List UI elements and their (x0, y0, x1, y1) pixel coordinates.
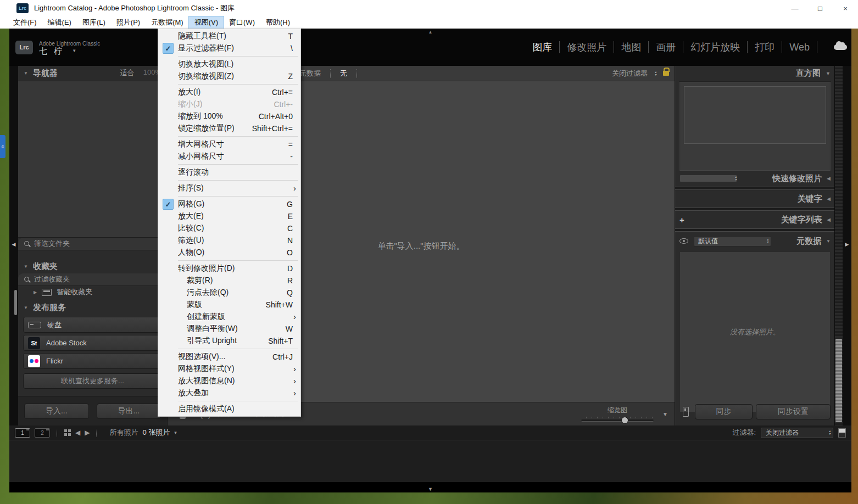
menubar-item[interactable]: 窗口(W) (224, 16, 260, 29)
filter-tab[interactable]: 无 (330, 69, 357, 78)
export-button[interactable]: 导出... (97, 404, 161, 419)
menubar-item[interactable]: 帮助(H) (260, 16, 296, 29)
add-keyword-icon[interactable]: + (679, 215, 684, 225)
thumbnail-size-slider[interactable] (581, 417, 654, 422)
sync-toggle-icon[interactable] (679, 405, 692, 419)
scrollbar-thumb[interactable] (835, 339, 842, 422)
view-menu-item[interactable]: 放大(I)Ctrl+= (158, 86, 300, 98)
publish-service-row[interactable]: StAdobe Stock (23, 335, 162, 351)
collections-header[interactable]: ▼ 收藏夹 (18, 259, 167, 273)
source-menu-caret-icon[interactable]: ▾ (174, 430, 177, 435)
close-button[interactable]: × (833, 0, 858, 16)
filmstrip-filter-select[interactable]: 关闭过滤器 ▴▾ (761, 428, 833, 438)
right-panel-scrollbar[interactable] (834, 66, 843, 425)
previous-photo-icon[interactable]: ◀ (75, 429, 80, 436)
view-menu-item[interactable]: 缩放到 100%Ctrl+Alt+0 (158, 110, 300, 122)
publish-services-header[interactable]: ▼ 发布服务 (18, 300, 167, 315)
lock-icon[interactable] (663, 71, 669, 76)
disclosure-triangle-icon[interactable]: ▼ (24, 71, 28, 76)
slider-knob[interactable] (621, 417, 628, 424)
collapse-filmstrip-arrow[interactable]: ▼ (428, 486, 433, 492)
eye-icon[interactable] (679, 238, 688, 244)
menubar-item[interactable]: 文件(F) (8, 16, 42, 29)
module-tab[interactable]: 画册 (649, 41, 683, 54)
view-menu-item[interactable]: 网格视图样式(Y)› (158, 363, 300, 375)
view-menu-item[interactable]: 引导式 UprightShift+T (158, 335, 300, 347)
view-menu-item[interactable]: 启用镜像模式(A) (158, 403, 300, 415)
cloud-sync-icon[interactable] (834, 44, 847, 50)
view-menu-item[interactable]: 人物(O)O (158, 247, 300, 259)
collapse-arrow-icon[interactable]: ◀ (827, 217, 831, 222)
view-menu-item[interactable]: 增大网格尺寸= (158, 138, 300, 150)
import-button[interactable]: 导入... (24, 404, 89, 419)
quick-develop-header[interactable]: ▴▾ 快速修改照片 ◀ (675, 172, 835, 185)
collapse-top-panel-arrow[interactable]: ▲ (428, 30, 433, 35)
view-menu-item[interactable]: ✓显示过滤器栏(F)\ (158, 42, 300, 54)
disclosure-triangle-icon[interactable]: ▼ (826, 239, 831, 244)
saved-preset-select[interactable]: ▴▾ (679, 175, 737, 182)
keywording-header[interactable]: 关键字 ◀ (675, 192, 835, 206)
module-tab[interactable]: 图库 (525, 41, 559, 54)
sync-button[interactable]: 同步 (695, 404, 753, 419)
metadata-preset-select[interactable]: 默认值 ▴▾ (694, 236, 771, 247)
menubar-item[interactable]: 元数据(M) (146, 16, 189, 29)
module-tab[interactable]: 打印 (748, 41, 782, 54)
keyword-list-header[interactable]: + 关键字列表 ◀ (675, 212, 835, 227)
view-menu-item[interactable]: 切换放大视图(L) (158, 58, 300, 70)
menubar-item[interactable]: 视图(V) (189, 16, 224, 29)
collapse-left-panel-arrow[interactable]: ◀ (12, 242, 16, 247)
view-menu-item[interactable]: 污点去除(Q)Q (158, 287, 300, 299)
filter-collections-field[interactable]: 过滤收藏夹 (18, 273, 167, 286)
metadata-header[interactable]: 默认值 ▴▾ 元数据 ▼ (675, 233, 835, 249)
view-menu-item[interactable]: 隐藏工具栏(T)T (158, 30, 300, 42)
module-tab[interactable]: 地图 (614, 41, 648, 54)
module-tab[interactable]: 修改照片 (560, 41, 614, 54)
maximize-button[interactable]: □ (807, 0, 833, 16)
view-menu-item[interactable]: 比较(C)C (158, 222, 300, 234)
publish-service-row[interactable]: Flickr (23, 353, 162, 369)
menubar-item[interactable]: 图库(L) (77, 16, 111, 29)
view-menu-item[interactable]: 切换缩放视图(Z)Z (158, 70, 300, 82)
sync-settings-button[interactable]: 同步设置 (756, 404, 831, 419)
find-more-services-button[interactable]: 联机查找更多服务... (23, 373, 162, 389)
view-menu-item[interactable]: 转到修改照片(D)D (158, 262, 300, 275)
view-menu-item[interactable]: 视图选项(V)...Ctrl+J (158, 351, 300, 363)
navigator-header[interactable]: ▼ 导航器 适合 100% (18, 66, 167, 80)
disclosure-triangle-icon[interactable]: ▼ (24, 305, 28, 310)
chevron-down-icon[interactable]: ▼ (72, 47, 76, 54)
view-menu-item[interactable]: 减小网格尺寸- (158, 150, 300, 163)
disclosure-triangle-icon[interactable]: ▼ (24, 264, 28, 269)
identity-plate[interactable]: Adobe Lightroom Classic 七 柠▼ (39, 40, 100, 54)
view-menu-item[interactable]: 锁定缩放位置(P)Shift+Ctrl+= (158, 122, 300, 135)
collapse-right-panel-arrow[interactable]: ▶ (845, 242, 849, 247)
module-tab[interactable]: Web (782, 42, 817, 53)
smart-collections-row[interactable]: ▶ 智能收藏夹 (18, 286, 167, 298)
minimize-button[interactable]: — (782, 0, 807, 16)
find-folders-field[interactable]: 筛选文件夹 (18, 238, 167, 250)
next-photo-icon[interactable]: ▶ (85, 429, 90, 436)
grid-view-icon[interactable] (64, 429, 71, 436)
filter-preset-value[interactable]: 关闭过滤器 (612, 69, 648, 79)
view-menu-item[interactable]: 调整白平衡(W)W (158, 323, 300, 335)
view-menu-item[interactable]: 裁剪(R)R (158, 275, 300, 287)
spinner-icon[interactable]: ▴▾ (655, 71, 656, 76)
filmstrip-source[interactable]: 所有照片 (109, 428, 138, 438)
view-menu-item[interactable]: 放大(E)E (158, 210, 300, 222)
disclosure-triangle-icon[interactable]: ▶ (34, 290, 37, 295)
view-menu-item[interactable]: 放大叠加› (158, 387, 300, 399)
module-tab[interactable]: 幻灯片放映 (683, 41, 747, 54)
view-menu-item[interactable]: ✓网格(G)G (158, 198, 300, 210)
view-menu-item[interactable]: 放大视图信息(N)› (158, 375, 300, 387)
menubar-item[interactable]: 照片(P) (111, 16, 146, 29)
collapse-arrow-icon[interactable]: ◀ (827, 197, 831, 201)
collapse-arrow-icon[interactable]: ◀ (827, 176, 831, 181)
publish-service-row[interactable]: 硬盘 (23, 317, 162, 333)
view-menu-item[interactable]: 逐行滚动 (158, 166, 300, 178)
view-menu-item[interactable]: 筛选(U)N (158, 234, 300, 247)
toolbar-options-arrow[interactable]: ▼ (662, 411, 668, 417)
view-menu-item[interactable]: 缩小(J)Ctrl+- (158, 98, 300, 110)
second-window-button[interactable]: 2 (35, 428, 50, 438)
filter-toggle-icon[interactable] (838, 428, 846, 438)
zoom-fit-button[interactable]: 适合 (120, 68, 135, 78)
view-menu-item[interactable]: 排序(S)› (158, 182, 300, 194)
